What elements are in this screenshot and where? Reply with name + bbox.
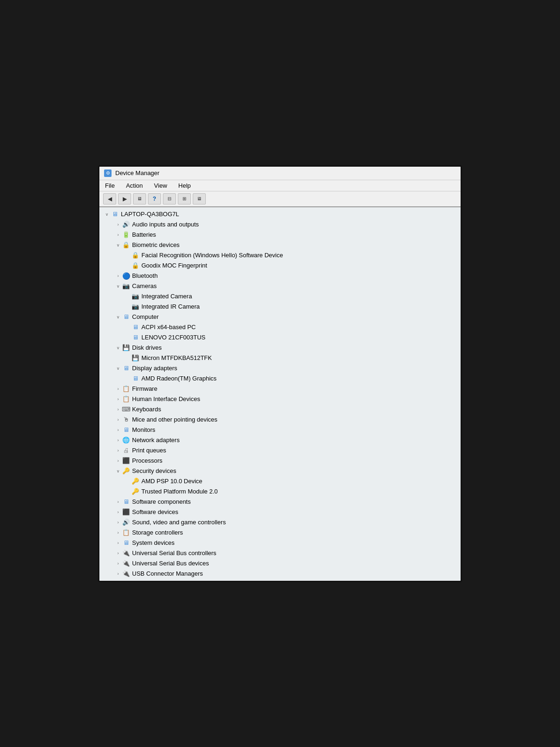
menu-file[interactable]: File (103, 181, 117, 190)
display-expander[interactable]: v (114, 365, 122, 372)
tree-item-bluetooth[interactable]: › 🔵 Bluetooth (99, 271, 461, 281)
security-expander[interactable]: v (114, 467, 122, 475)
tpm-label: Trusted Platform Module 2.0 (141, 488, 218, 495)
biometric-expander[interactable]: v (114, 241, 122, 249)
tree-item-usb1[interactable]: › 🔌 Universal Serial Bus controllers (99, 548, 461, 558)
tree-item-computer[interactable]: v 🖥 Computer (99, 312, 461, 322)
hid-label: Human Interface Devices (132, 395, 200, 402)
hid-expander[interactable]: › (114, 395, 122, 403)
security-icon: 🔑 (122, 467, 130, 475)
keyboards-label: Keyboards (132, 406, 161, 413)
tree-item-amd[interactable]: 🖥 AMD Radeon(TM) Graphics (99, 374, 461, 384)
tree-item-fingerprint[interactable]: 🔒 Goodix MOC Fingerprint (99, 261, 461, 271)
refresh-button[interactable]: ⊞ (178, 193, 191, 204)
sysdev-expander[interactable]: › (114, 539, 122, 547)
micron-icon: 💾 (131, 354, 140, 362)
app-icon: ⚙ (104, 169, 112, 177)
tree-item-sysdev[interactable]: › 🖥 System devices (99, 538, 461, 548)
tree-item-biometric[interactable]: v 🔒 Biometric devices (99, 240, 461, 250)
properties-button[interactable]: ⊟ (163, 193, 176, 204)
tree-item-facial[interactable]: 🔒 Facial Recognition (Windows Hello) Sof… (99, 250, 461, 261)
tree-item-amd-psp[interactable]: 🔑 AMD PSP 10.0 Device (99, 476, 461, 486)
tree-item-monitors[interactable]: › 🖥 Monitors (99, 425, 461, 435)
bluetooth-expander[interactable]: › (114, 272, 122, 280)
network-expander[interactable]: › (114, 437, 122, 444)
tree-item-security[interactable]: v 🔑 Security devices (99, 466, 461, 476)
softwarecomp-expander[interactable]: › (114, 498, 122, 506)
usb1-expander[interactable]: › (114, 550, 122, 557)
tree-item-print[interactable]: › 🖨 Print queues (99, 445, 461, 456)
security-label: Security devices (132, 467, 176, 474)
processors-expander[interactable]: › (114, 457, 122, 465)
tree-item-int-camera[interactable]: 📷 Integrated Camera (99, 291, 461, 302)
disk-expander[interactable]: v (114, 344, 122, 352)
tree-root[interactable]: v 🖥 LAPTOP-QA3BOG7L (99, 209, 461, 219)
tree-item-disk[interactable]: v 💾 Disk drives (99, 343, 461, 353)
disk-label: Disk drives (132, 344, 162, 351)
display-icon: 🖥 (122, 364, 130, 373)
tree-item-micron[interactable]: 💾 Micron MTFDKBA512TFK (99, 353, 461, 363)
print-expander[interactable]: › (114, 447, 122, 454)
menu-view[interactable]: View (152, 181, 169, 190)
tree-item-softwarecomp[interactable]: › 🖥 Software components (99, 497, 461, 507)
usbconn-expander[interactable]: › (114, 570, 122, 578)
facial-expander (124, 252, 131, 259)
facial-icon: 🔒 (131, 251, 140, 260)
tree-item-lenovo[interactable]: 🖥 LENOVO 21CF003TUS (99, 332, 461, 343)
menu-action[interactable]: Action (124, 181, 145, 190)
computer-button[interactable]: 🖥 (133, 193, 146, 204)
menu-help[interactable]: Help (176, 181, 193, 190)
usb2-expander[interactable]: › (114, 560, 122, 567)
keyboards-icon: ⌨ (122, 405, 130, 414)
app-icon-symbol: ⚙ (106, 170, 110, 176)
keyboards-expander[interactable]: › (114, 406, 122, 413)
root-expander[interactable]: v (103, 211, 111, 218)
tree-item-display[interactable]: v 🖥 Display adapters (99, 363, 461, 374)
firmware-expander[interactable]: › (114, 385, 122, 393)
storage-expander[interactable]: › (114, 529, 122, 536)
monitor-button[interactable]: 🖥 (193, 193, 206, 204)
cameras-expander[interactable]: v (114, 282, 122, 290)
tree-item-firmware[interactable]: › 📋 Firmware (99, 384, 461, 394)
batteries-icon: 🔋 (122, 231, 130, 239)
amd-psp-icon: 🔑 (131, 477, 140, 486)
help-button[interactable]: ? (148, 193, 161, 204)
tree-item-ir-camera[interactable]: 📷 Integrated IR Camera (99, 302, 461, 312)
fingerprint-expander (124, 262, 131, 269)
tree-item-usb2[interactable]: › 🔌 Universal Serial Bus devices (99, 558, 461, 569)
mice-icon: 🖱 (122, 416, 130, 424)
forward-button[interactable]: ▶ (118, 193, 131, 204)
tree-item-keyboards[interactable]: › ⌨ Keyboards (99, 404, 461, 415)
acpi-icon: 🖥 (131, 323, 140, 331)
amd-expander (124, 375, 131, 382)
tree-item-batteries[interactable]: › 🔋 Batteries (99, 230, 461, 240)
audio-expander[interactable]: › (114, 221, 122, 228)
monitors-expander[interactable]: › (114, 426, 122, 434)
tree-item-cameras[interactable]: v 📷 Cameras (99, 281, 461, 291)
tree-item-sound[interactable]: › 🔊 Sound, video and game controllers (99, 517, 461, 528)
tree-item-processors[interactable]: › ⬛ Processors (99, 456, 461, 466)
processors-label: Processors (132, 457, 162, 464)
tree-item-softwaredev[interactable]: › ⬛ Software devices (99, 507, 461, 517)
sound-expander[interactable]: › (114, 519, 122, 526)
tree-item-storage[interactable]: › 📋 Storage controllers (99, 528, 461, 538)
usbconn-label: USB Connector Managers (132, 570, 203, 577)
softwaredev-expander[interactable]: › (114, 508, 122, 516)
tree-item-usbconn[interactable]: › 🔌 USB Connector Managers (99, 569, 461, 579)
hid-icon: 📋 (122, 395, 130, 403)
tree-item-audio[interactable]: › 🔊 Audio inputs and outputs (99, 219, 461, 230)
int-camera-label: Integrated Camera (141, 293, 192, 300)
computer-label: Computer (132, 313, 159, 320)
tree-item-hid[interactable]: › 📋 Human Interface Devices (99, 394, 461, 404)
back-button[interactable]: ◀ (103, 193, 116, 204)
tree-item-network[interactable]: › 🌐 Network adapters (99, 435, 461, 445)
computer-expander[interactable]: v (114, 313, 122, 321)
sound-label: Sound, video and game controllers (132, 519, 226, 526)
amd-psp-expander (124, 478, 131, 485)
tree-item-mice[interactable]: › 🖱 Mice and other pointing devices (99, 415, 461, 425)
mice-expander[interactable]: › (114, 416, 122, 423)
batteries-expander[interactable]: › (114, 231, 122, 239)
tree-item-acpi[interactable]: 🖥 ACPI x64-based PC (99, 322, 461, 332)
firmware-label: Firmware (132, 385, 157, 392)
tree-item-tpm[interactable]: 🔑 Trusted Platform Module 2.0 (99, 486, 461, 497)
